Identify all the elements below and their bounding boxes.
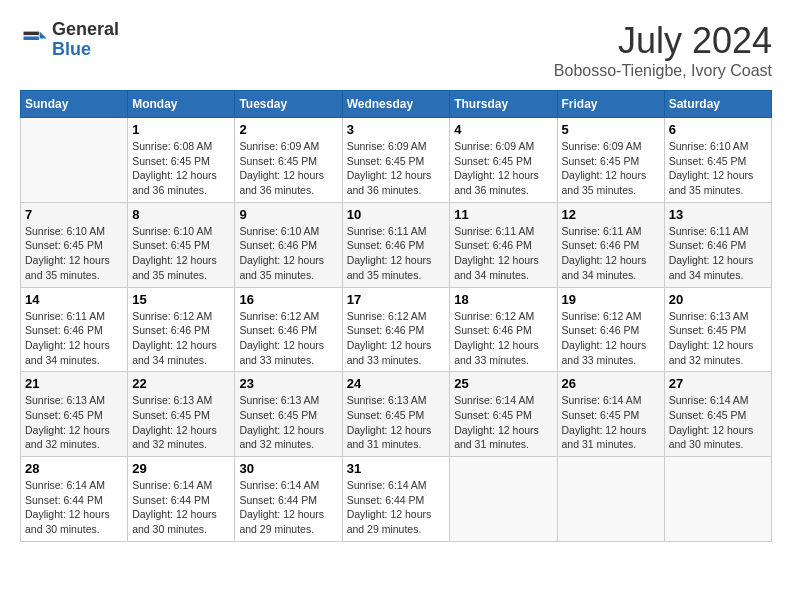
day-info: Sunrise: 6:10 AMSunset: 6:46 PMDaylight:… <box>239 225 324 281</box>
day-info: Sunrise: 6:14 AMSunset: 6:44 PMDaylight:… <box>132 479 217 535</box>
calendar-cell: 31Sunrise: 6:14 AMSunset: 6:44 PMDayligh… <box>342 457 450 542</box>
day-info: Sunrise: 6:10 AMSunset: 6:45 PMDaylight:… <box>25 225 110 281</box>
header-saturday: Saturday <box>664 91 771 118</box>
day-number: 11 <box>454 207 552 222</box>
header-sunday: Sunday <box>21 91 128 118</box>
calendar-cell <box>21 118 128 203</box>
day-number: 24 <box>347 376 446 391</box>
day-number: 17 <box>347 292 446 307</box>
day-info: Sunrise: 6:14 AMSunset: 6:45 PMDaylight:… <box>454 394 539 450</box>
day-info: Sunrise: 6:08 AMSunset: 6:45 PMDaylight:… <box>132 140 217 196</box>
calendar-cell: 13Sunrise: 6:11 AMSunset: 6:46 PMDayligh… <box>664 202 771 287</box>
header-thursday: Thursday <box>450 91 557 118</box>
calendar-cell: 2Sunrise: 6:09 AMSunset: 6:45 PMDaylight… <box>235 118 342 203</box>
week-row-4: 21Sunrise: 6:13 AMSunset: 6:45 PMDayligh… <box>21 372 772 457</box>
day-info: Sunrise: 6:09 AMSunset: 6:45 PMDaylight:… <box>347 140 432 196</box>
calendar-cell: 18Sunrise: 6:12 AMSunset: 6:46 PMDayligh… <box>450 287 557 372</box>
day-info: Sunrise: 6:13 AMSunset: 6:45 PMDaylight:… <box>25 394 110 450</box>
week-row-2: 7Sunrise: 6:10 AMSunset: 6:45 PMDaylight… <box>21 202 772 287</box>
day-info: Sunrise: 6:14 AMSunset: 6:45 PMDaylight:… <box>562 394 647 450</box>
day-number: 4 <box>454 122 552 137</box>
day-number: 7 <box>25 207 123 222</box>
day-info: Sunrise: 6:12 AMSunset: 6:46 PMDaylight:… <box>239 310 324 366</box>
calendar-cell: 25Sunrise: 6:14 AMSunset: 6:45 PMDayligh… <box>450 372 557 457</box>
day-info: Sunrise: 6:11 AMSunset: 6:46 PMDaylight:… <box>347 225 432 281</box>
calendar-cell <box>557 457 664 542</box>
day-number: 8 <box>132 207 230 222</box>
day-number: 27 <box>669 376 767 391</box>
page-header: General Blue July 2024 Bobosso-Tienigbe,… <box>20 20 772 80</box>
day-info: Sunrise: 6:13 AMSunset: 6:45 PMDaylight:… <box>132 394 217 450</box>
day-number: 5 <box>562 122 660 137</box>
day-info: Sunrise: 6:12 AMSunset: 6:46 PMDaylight:… <box>454 310 539 366</box>
day-info: Sunrise: 6:12 AMSunset: 6:46 PMDaylight:… <box>132 310 217 366</box>
header-tuesday: Tuesday <box>235 91 342 118</box>
day-info: Sunrise: 6:11 AMSunset: 6:46 PMDaylight:… <box>454 225 539 281</box>
day-number: 19 <box>562 292 660 307</box>
header-wednesday: Wednesday <box>342 91 450 118</box>
calendar-cell: 28Sunrise: 6:14 AMSunset: 6:44 PMDayligh… <box>21 457 128 542</box>
calendar-cell <box>664 457 771 542</box>
svg-rect-3 <box>24 36 39 40</box>
calendar-cell: 1Sunrise: 6:08 AMSunset: 6:45 PMDaylight… <box>128 118 235 203</box>
day-info: Sunrise: 6:10 AMSunset: 6:45 PMDaylight:… <box>669 140 754 196</box>
calendar-cell: 30Sunrise: 6:14 AMSunset: 6:44 PMDayligh… <box>235 457 342 542</box>
svg-rect-2 <box>24 31 39 34</box>
calendar-cell: 19Sunrise: 6:12 AMSunset: 6:46 PMDayligh… <box>557 287 664 372</box>
calendar-cell: 4Sunrise: 6:09 AMSunset: 6:45 PMDaylight… <box>450 118 557 203</box>
day-number: 10 <box>347 207 446 222</box>
calendar-cell: 11Sunrise: 6:11 AMSunset: 6:46 PMDayligh… <box>450 202 557 287</box>
logo-icon <box>20 26 48 54</box>
day-info: Sunrise: 6:09 AMSunset: 6:45 PMDaylight:… <box>454 140 539 196</box>
calendar-cell: 17Sunrise: 6:12 AMSunset: 6:46 PMDayligh… <box>342 287 450 372</box>
calendar-header-row: SundayMondayTuesdayWednesdayThursdayFrid… <box>21 91 772 118</box>
week-row-1: 1Sunrise: 6:08 AMSunset: 6:45 PMDaylight… <box>21 118 772 203</box>
day-number: 21 <box>25 376 123 391</box>
calendar-cell: 10Sunrise: 6:11 AMSunset: 6:46 PMDayligh… <box>342 202 450 287</box>
day-number: 18 <box>454 292 552 307</box>
day-info: Sunrise: 6:11 AMSunset: 6:46 PMDaylight:… <box>562 225 647 281</box>
week-row-3: 14Sunrise: 6:11 AMSunset: 6:46 PMDayligh… <box>21 287 772 372</box>
day-info: Sunrise: 6:11 AMSunset: 6:46 PMDaylight:… <box>25 310 110 366</box>
day-number: 15 <box>132 292 230 307</box>
day-info: Sunrise: 6:14 AMSunset: 6:44 PMDaylight:… <box>347 479 432 535</box>
day-info: Sunrise: 6:13 AMSunset: 6:45 PMDaylight:… <box>347 394 432 450</box>
day-number: 12 <box>562 207 660 222</box>
calendar-cell: 6Sunrise: 6:10 AMSunset: 6:45 PMDaylight… <box>664 118 771 203</box>
day-number: 25 <box>454 376 552 391</box>
day-number: 6 <box>669 122 767 137</box>
day-number: 9 <box>239 207 337 222</box>
day-info: Sunrise: 6:09 AMSunset: 6:45 PMDaylight:… <box>239 140 324 196</box>
calendar-cell: 23Sunrise: 6:13 AMSunset: 6:45 PMDayligh… <box>235 372 342 457</box>
logo-text: General Blue <box>52 20 119 60</box>
calendar-cell <box>450 457 557 542</box>
calendar-cell: 27Sunrise: 6:14 AMSunset: 6:45 PMDayligh… <box>664 372 771 457</box>
day-info: Sunrise: 6:14 AMSunset: 6:44 PMDaylight:… <box>25 479 110 535</box>
day-number: 16 <box>239 292 337 307</box>
header-friday: Friday <box>557 91 664 118</box>
day-info: Sunrise: 6:14 AMSunset: 6:44 PMDaylight:… <box>239 479 324 535</box>
day-number: 14 <box>25 292 123 307</box>
day-number: 3 <box>347 122 446 137</box>
calendar-cell: 15Sunrise: 6:12 AMSunset: 6:46 PMDayligh… <box>128 287 235 372</box>
calendar-cell: 14Sunrise: 6:11 AMSunset: 6:46 PMDayligh… <box>21 287 128 372</box>
day-number: 26 <box>562 376 660 391</box>
day-number: 23 <box>239 376 337 391</box>
subtitle: Bobosso-Tienigbe, Ivory Coast <box>554 62 772 80</box>
day-info: Sunrise: 6:10 AMSunset: 6:45 PMDaylight:… <box>132 225 217 281</box>
day-info: Sunrise: 6:12 AMSunset: 6:46 PMDaylight:… <box>347 310 432 366</box>
calendar-cell: 16Sunrise: 6:12 AMSunset: 6:46 PMDayligh… <box>235 287 342 372</box>
week-row-5: 28Sunrise: 6:14 AMSunset: 6:44 PMDayligh… <box>21 457 772 542</box>
day-number: 22 <box>132 376 230 391</box>
day-number: 30 <box>239 461 337 476</box>
day-number: 13 <box>669 207 767 222</box>
calendar-table: SundayMondayTuesdayWednesdayThursdayFrid… <box>20 90 772 542</box>
day-number: 29 <box>132 461 230 476</box>
main-title: July 2024 <box>554 20 772 62</box>
calendar-cell: 3Sunrise: 6:09 AMSunset: 6:45 PMDaylight… <box>342 118 450 203</box>
day-info: Sunrise: 6:13 AMSunset: 6:45 PMDaylight:… <box>669 310 754 366</box>
calendar-cell: 5Sunrise: 6:09 AMSunset: 6:45 PMDaylight… <box>557 118 664 203</box>
day-number: 31 <box>347 461 446 476</box>
calendar-cell: 9Sunrise: 6:10 AMSunset: 6:46 PMDaylight… <box>235 202 342 287</box>
day-number: 20 <box>669 292 767 307</box>
